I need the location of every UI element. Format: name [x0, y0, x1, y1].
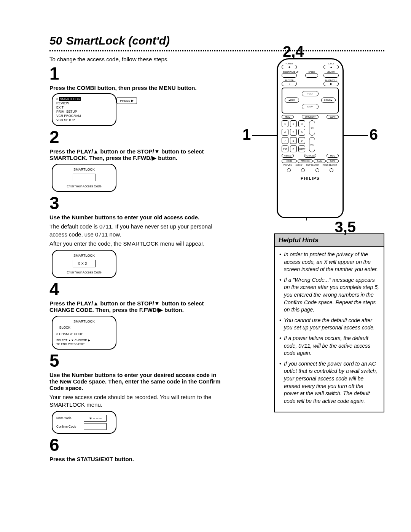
- ffwd-button[interactable]: F.FWD ▶: [321, 97, 336, 103]
- confirm-code-box: – – – –: [84, 423, 107, 430]
- page-title: SmartLock (cont'd): [66, 34, 170, 47]
- step-4-number: 4: [49, 280, 225, 298]
- num-2[interactable]: 2: [290, 120, 297, 127]
- step-4-head: Press the PLAY/▲ button or the STOP/▼ bu…: [49, 300, 225, 313]
- hint-item: In order to protect the privacy of the a…: [279, 251, 379, 273]
- osd-screen-enter-code: SMARTLOCK – – – – Enter Your Access Code: [52, 164, 116, 192]
- remote-column: 2,4 1 6 3,5 POWER ⏻ EJECT ⏏: [236, 56, 384, 465]
- hint-item: If a "Wrong Code..." message appears on …: [279, 276, 379, 314]
- press-indicator: PRESS ▶: [116, 97, 137, 104]
- skip-search-button[interactable]: [315, 168, 319, 172]
- hint-item: If a power failure occurs, the default c…: [279, 335, 379, 357]
- status-exit-button[interactable]: STATUS/EXIT: [302, 115, 319, 119]
- code-entry-box: – – – –: [73, 174, 96, 181]
- step-3-body-1: The default code is 0711. If you have ne…: [49, 223, 225, 238]
- num-8[interactable]: 8: [290, 137, 297, 144]
- ab-com-button[interactable]: A/B/COM: [282, 154, 294, 158]
- osd-screen-masked-code: SMARTLOCK X X X – Enter Your Access Code: [52, 250, 116, 278]
- num-9[interactable]: 9: [298, 137, 305, 144]
- new-code-box: ✶ – – –: [84, 415, 107, 422]
- code-masked-box: X X X –: [73, 260, 96, 267]
- play-button[interactable]: PLAY: [302, 91, 319, 96]
- brand-label: PHILIPS: [282, 176, 339, 181]
- callout-2-4: 2,4: [283, 43, 304, 60]
- osd-screen-menu: > SMARTLOCK REVIEW EXIT PRIM. SETUP VCR …: [52, 93, 116, 126]
- slow-button[interactable]: SLOW: [327, 159, 339, 163]
- num-0[interactable]: 0: [290, 145, 297, 152]
- osd-screen-new-code: New Code ✶ – – – Confirm Code – – – –: [52, 411, 116, 434]
- step-3-head: Use the Number buttons to enter your old…: [49, 214, 225, 220]
- hint-item: You cannot use the default code after yo…: [279, 317, 379, 332]
- stop-button[interactable]: STOP: [302, 104, 319, 109]
- step-2-head: Press the PLAY/▲ button or the STOP/▼ bu…: [49, 148, 225, 161]
- hints-title: Helpful Hints: [275, 234, 384, 247]
- speed-button[interactable]: [305, 73, 318, 78]
- clear-button[interactable]: CLEAR: [327, 115, 339, 119]
- hint-item: If you connect the power cord to an AC o…: [279, 360, 379, 405]
- transport-cluster: PLAY ◀ REW F.FWD ▶ STOP: [282, 88, 339, 113]
- callout-3-5: 3,5: [335, 219, 356, 236]
- page-number: 50: [49, 34, 62, 47]
- volume-rocker[interactable]: VOL: [309, 137, 315, 152]
- num-6[interactable]: 6: [298, 129, 305, 136]
- osd-screen-change-code: SMARTLOCK BLOCK > CHANGE CODE SELECT ▲▼ …: [52, 316, 116, 350]
- step-5-body: Your new access code should be recorded.…: [49, 393, 225, 409]
- sound-button[interactable]: [301, 168, 305, 172]
- sleep-button[interactable]: [282, 73, 297, 78]
- index-search-button[interactable]: [330, 168, 333, 172]
- callout-6: 6: [370, 126, 378, 143]
- rec-otr-button[interactable]: ●: [282, 81, 297, 86]
- step-1-number: 1: [49, 65, 225, 82]
- num-4[interactable]: 4: [282, 129, 288, 136]
- rew-button[interactable]: ◀ REW: [285, 97, 299, 103]
- page-header: 50 SmartLock (cont'd): [49, 34, 384, 47]
- step-5-number: 5: [49, 352, 225, 369]
- callout-line: [344, 135, 368, 136]
- memory-button[interactable]: [323, 73, 339, 78]
- step-1-head: Press the COMBI button, then press the M…: [49, 85, 225, 91]
- number-pad: 1 2 3 4 5 6 7 8 9 FM 0 SURF: [282, 120, 305, 152]
- step-6-number: 6: [49, 436, 225, 454]
- callout-1: 1: [242, 126, 251, 143]
- fm-button[interactable]: FM: [282, 145, 288, 152]
- num-5[interactable]: 5: [290, 129, 297, 136]
- picture-button[interactable]: [287, 168, 291, 172]
- dotted-rule: [49, 50, 384, 51]
- combi-button[interactable]: COMBI: [282, 159, 297, 163]
- channel-rocker[interactable]: CH: [309, 120, 315, 136]
- fadv-button[interactable]: F.ADV: [314, 159, 326, 163]
- tracking-button[interactable]: TRACKING: [298, 159, 313, 163]
- step-2-number: 2: [49, 128, 225, 146]
- remote-control: POWER ⏻ EJECT ⏏ SLEEP/WAKE UP SPEED MEMO…: [277, 58, 344, 218]
- mute-button[interactable]: MUTE: [327, 154, 339, 158]
- menu-button[interactable]: MENU: [282, 115, 294, 119]
- step-3-body-2: After you enter the code, the SMARTLOCK …: [49, 240, 225, 248]
- steps-column: To change the access code, follow these …: [49, 56, 225, 465]
- pause-button[interactable]: ❚❚: [323, 81, 339, 86]
- step-6-head: Press the STATUS/EXIT button.: [49, 456, 225, 462]
- step-5-head: Use the Number buttons to enter your des…: [49, 372, 225, 391]
- surf-button[interactable]: SURF: [298, 145, 305, 152]
- step-3-number: 3: [49, 194, 225, 212]
- power-button[interactable]: ⏻: [282, 65, 297, 69]
- helpful-hints-box: Helpful Hints In order to protect the pr…: [274, 233, 384, 412]
- num-3[interactable]: 3: [298, 120, 305, 127]
- intro-text: To change the access code, follow these …: [49, 56, 225, 62]
- eject-button[interactable]: ⏏: [323, 65, 339, 69]
- num-1[interactable]: 1: [282, 120, 288, 127]
- num-7[interactable]: 7: [282, 137, 288, 144]
- vcrplus-button[interactable]: VCR PLUS+: [304, 154, 316, 158]
- callout-line: [252, 135, 277, 136]
